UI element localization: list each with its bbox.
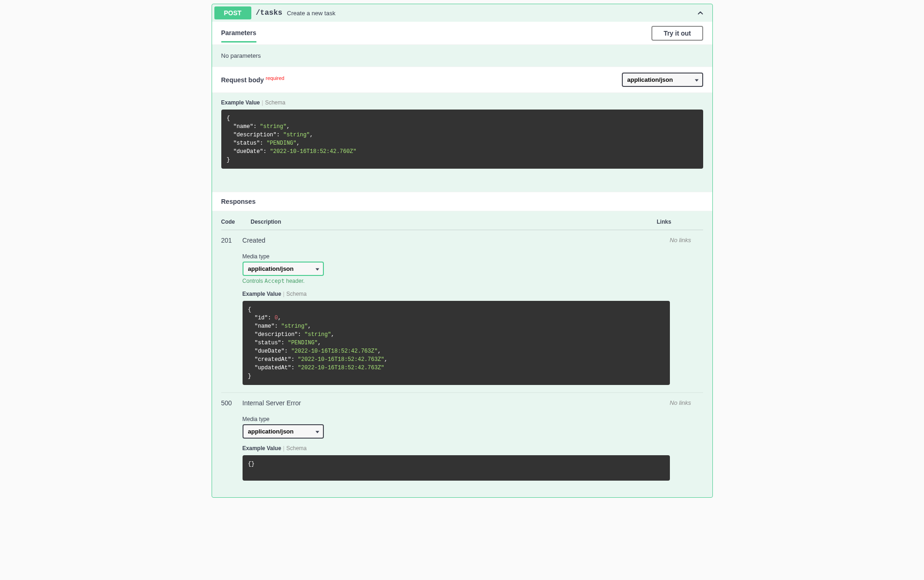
chevron-up-icon[interactable]: [696, 9, 705, 17]
response-content-type-select[interactable]: application/json: [243, 424, 324, 439]
schema-tab[interactable]: Schema: [286, 291, 307, 297]
try-it-out-button[interactable]: Try it out: [651, 26, 703, 41]
required-badge: required: [266, 75, 284, 81]
media-type-label: Media type: [243, 416, 670, 422]
example-value-tab[interactable]: Example Value: [243, 291, 281, 297]
responses-title: Responses: [212, 192, 712, 211]
request-content-type-select[interactable]: application/json: [622, 73, 703, 87]
operation-path: /tasks: [256, 9, 283, 17]
response-description: Internal Server ErrorMedia typeapplicati…: [243, 399, 670, 481]
col-links-header: Links: [657, 219, 703, 225]
content-type-select-wrapper: application/json: [622, 73, 703, 87]
responses-table-head: Code Description Links: [221, 219, 703, 230]
schema-tab[interactable]: Schema: [286, 445, 307, 452]
response-example[interactable]: {}: [243, 455, 670, 481]
response-example[interactable]: { "id": 0, "name": "string", "descriptio…: [243, 301, 670, 385]
accept-header-note: Controls Accept header.: [243, 278, 670, 284]
response-description-text: Created: [243, 237, 670, 244]
response-row: 500Internal Server ErrorMedia typeapplic…: [221, 393, 703, 488]
parameters-section-header: Parameters Try it out: [212, 22, 712, 45]
method-badge: POST: [214, 6, 251, 19]
media-type-label: Media type: [243, 253, 670, 260]
response-content-type-select[interactable]: application/json: [243, 262, 324, 276]
no-parameters-text: No parameters: [212, 45, 712, 67]
response-description: CreatedMedia typeapplication/jsonControl…: [243, 237, 670, 385]
schema-tab[interactable]: Schema: [265, 99, 286, 106]
response-code: 201: [221, 237, 243, 385]
request-body-title: Request body: [221, 76, 264, 84]
example-schema-tabs: Example Value|Schema: [221, 99, 703, 106]
example-value-tab[interactable]: Example Value: [221, 99, 260, 106]
col-code-header: Code: [221, 219, 251, 225]
response-links: No links: [670, 399, 703, 481]
responses-body: Code Description Links 201CreatedMedia t…: [212, 211, 712, 497]
response-row: 201CreatedMedia typeapplication/jsonCont…: [221, 230, 703, 393]
example-value-tab[interactable]: Example Value: [243, 445, 281, 452]
operation-header[interactable]: POST /tasks Create a new task: [212, 4, 712, 22]
request-body-content: Example Value|Schema { "name": "string",…: [212, 93, 712, 192]
example-schema-tabs: Example Value|Schema: [243, 291, 670, 297]
response-links: No links: [670, 237, 703, 385]
response-description-text: Internal Server Error: [243, 399, 670, 407]
col-description-header: Description: [251, 219, 657, 225]
media-type-select-wrapper: application/json: [243, 424, 324, 439]
request-body-example[interactable]: { "name": "string", "description": "stri…: [221, 110, 703, 169]
response-code: 500: [221, 399, 243, 481]
media-type-select-wrapper: application/json: [243, 262, 324, 276]
operation-block: POST /tasks Create a new task Parameters…: [212, 4, 713, 498]
example-schema-tabs: Example Value|Schema: [243, 445, 670, 452]
parameters-tab[interactable]: Parameters: [221, 24, 256, 43]
operation-summary: Create a new task: [287, 10, 335, 17]
request-body-header: Request body required application/json: [212, 67, 712, 93]
